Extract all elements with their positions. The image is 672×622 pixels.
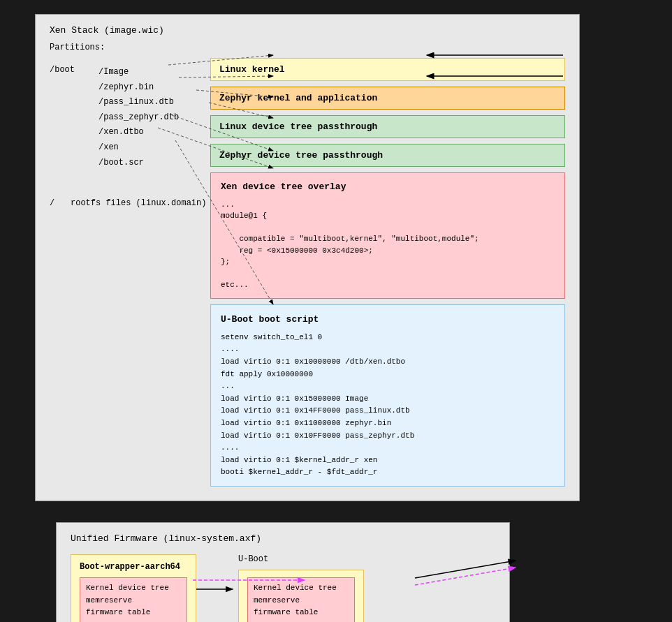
kernel-dt-box: Kernel device tree memreserve firmware t… [80,577,187,622]
bottom-diagram-title: Unified Firmware (linux-system.axf) [71,533,495,544]
xen-overlay-title: Xen device tree overlay [221,180,555,195]
linux-dtb-box: Linux device tree passthrough [210,115,565,138]
partitions-label: Partitions: [50,43,565,52]
xen-overlay-box: Xen device tree overlay ... module@1 { c… [210,172,565,299]
top-diagram-title: Xen Stack (image.wic) [50,25,565,36]
right-panel: Linux kernel Zephyr kernel and applicati… [210,58,565,487]
boot-wrapper-box: Boot-wrapper-aarch64 Kernel device tree … [71,554,196,622]
firmware-table-text: firmware table [86,607,181,619]
uboot-memreserve-text: memreserve [254,595,349,607]
kernel-dt-text: Kernel device tree [86,582,181,595]
file-zephyr-bin: /zephyr.bin [98,80,179,96]
uboot-kernel-dt-box: Kernel device tree memreserve firmware t… [247,577,355,622]
xen-overlay-code: ... module@1 { compatible = "multiboot,k… [221,199,555,291]
boot-files: /Image /zephyr.bin /pass_linux.dtb /pass… [98,65,179,170]
bottom-diagram: Unified Firmware (linux-system.axf) Boot… [56,522,510,622]
file-image: /Image [98,65,179,80]
uboot-section: U-Boot Kernel device tree memreserve fir… [238,554,364,622]
uboot-script-code: setenv switch_to_el1 0 .... load virtio … [221,332,555,479]
uboot-label: U-Boot [238,554,268,564]
root-label: / [50,198,64,208]
arrow-bw-uboot [196,582,238,596]
linux-kernel-box: Linux kernel [210,58,565,81]
top-diagram: Xen Stack (image.wic) Partitions: /boot … [35,14,580,501]
file-boot-scr: /boot.scr [98,156,179,171]
root-desc: rootfs files (linux.domain) [71,198,206,208]
boot-label: /boot [50,65,98,170]
file-pass-linux-dtb: /pass_linux.dtb [98,95,179,110]
uboot-box: Kernel device tree memreserve firmware t… [238,570,364,622]
uboot-script-box: U-Boot boot script setenv switch_to_el1 … [210,304,565,487]
uboot-script-title: U-Boot boot script [221,312,555,327]
uboot-kernel-dt-text: Kernel device tree [254,582,349,595]
file-pass-zephyr-dtb: /pass_zephyr.dtb [98,110,179,126]
file-xen-dtbo: /xen.dtbo [98,125,179,140]
memreserve-text: memreserve [86,595,181,607]
boot-wrapper-title: Boot-wrapper-aarch64 [80,562,187,572]
bottom-inner: Boot-wrapper-aarch64 Kernel device tree … [71,554,495,622]
uboot-firmware-table-text: firmware table [254,607,349,619]
zephyr-kernel-box: Zephyr kernel and application [210,87,565,110]
zephyr-dtb-box: Zephyr device tree passthrough [210,144,565,167]
file-xen: /xen [98,140,179,156]
left-panel: /boot /Image /zephyr.bin /pass_linux.dtb… [50,58,210,487]
